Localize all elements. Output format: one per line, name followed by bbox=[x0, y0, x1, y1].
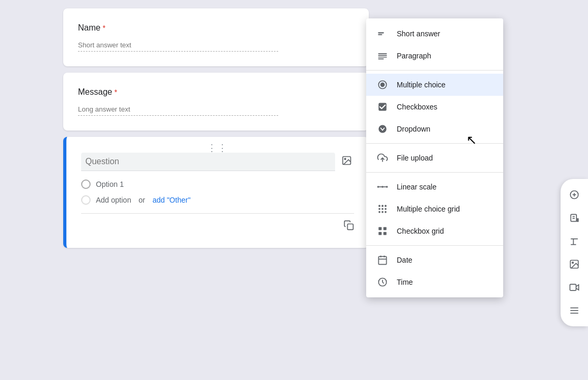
file-upload-label: File upload bbox=[397, 154, 433, 162]
paragraph-icon bbox=[377, 50, 388, 62]
add-video-button[interactable] bbox=[564, 277, 585, 298]
svg-rect-27 bbox=[379, 227, 382, 231]
checkbox-grid-icon bbox=[377, 225, 388, 237]
question-input[interactable] bbox=[81, 153, 335, 171]
file-upload-icon bbox=[377, 152, 388, 164]
svg-point-16 bbox=[381, 186, 383, 187]
linear-scale-icon bbox=[377, 181, 388, 193]
svg-rect-30 bbox=[384, 232, 387, 235]
menu-item-dropdown[interactable]: Dropdown bbox=[366, 118, 503, 140]
svg-point-21 bbox=[378, 208, 380, 210]
svg-point-25 bbox=[381, 211, 384, 213]
paragraph-label: Paragraph bbox=[397, 52, 431, 60]
checkbox-grid-label: Checkbox grid bbox=[397, 227, 444, 235]
svg-point-19 bbox=[381, 205, 384, 207]
add-other-link[interactable]: add "Other" bbox=[152, 196, 190, 204]
dropdown-label: Dropdown bbox=[397, 125, 430, 133]
or-text: or bbox=[139, 196, 145, 204]
svg-point-24 bbox=[378, 211, 380, 213]
name-label-text: Name bbox=[78, 23, 101, 33]
message-label: Message * bbox=[78, 87, 354, 97]
svg-point-26 bbox=[385, 211, 387, 213]
svg-rect-31 bbox=[379, 256, 387, 264]
checkboxes-icon bbox=[377, 101, 388, 113]
svg-rect-28 bbox=[384, 227, 387, 231]
right-sidebar bbox=[561, 179, 588, 326]
message-card: Message * bbox=[63, 73, 369, 131]
multiple-choice-label: Multiple choice bbox=[397, 81, 446, 89]
name-card: Name * bbox=[63, 8, 369, 66]
menu-item-date[interactable]: Date bbox=[366, 249, 503, 271]
name-label: Name * bbox=[78, 23, 354, 33]
menu-item-multiple-choice[interactable]: Multiple choice bbox=[366, 74, 503, 96]
option-1-radio bbox=[81, 179, 91, 189]
svg-point-17 bbox=[386, 186, 388, 187]
question-card: ⋮⋮ Option 1 Add option or add "Other" bbox=[63, 137, 369, 248]
add-option-row: Add option or add "Other" bbox=[81, 195, 354, 205]
linear-scale-label: Linear scale bbox=[397, 183, 437, 191]
multiple-choice-icon bbox=[377, 79, 388, 91]
option-1-text: Option 1 bbox=[96, 180, 124, 188]
short-answer-icon bbox=[377, 28, 388, 39]
svg-point-15 bbox=[377, 186, 379, 187]
add-image-button[interactable] bbox=[564, 254, 585, 275]
menu-item-multiple-choice-grid[interactable]: Multiple choice grid bbox=[366, 198, 503, 220]
menu-item-linear-scale[interactable]: Linear scale bbox=[366, 176, 503, 198]
main-content: Name * Message * ⋮⋮ O bbox=[0, 0, 588, 263]
time-icon bbox=[377, 276, 388, 288]
dropdown-menu: Short answer Paragraph bbox=[366, 18, 503, 297]
multiple-choice-grid-icon bbox=[377, 203, 388, 215]
menu-item-short-answer[interactable]: Short answer bbox=[366, 23, 503, 45]
svg-point-1 bbox=[345, 158, 346, 160]
menu-item-paragraph[interactable]: Paragraph bbox=[366, 45, 503, 67]
svg-point-18 bbox=[378, 205, 380, 207]
add-option-radio bbox=[81, 195, 91, 205]
multiple-choice-grid-label: Multiple choice grid bbox=[397, 205, 460, 213]
short-answer-label: Short answer bbox=[397, 29, 440, 38]
divider-1 bbox=[366, 70, 503, 71]
divider-3 bbox=[366, 172, 503, 173]
svg-rect-29 bbox=[379, 232, 382, 235]
svg-point-12 bbox=[379, 125, 387, 133]
name-required-star: * bbox=[103, 24, 105, 32]
message-input[interactable] bbox=[78, 103, 278, 116]
menu-item-checkbox-grid[interactable]: Checkbox grid bbox=[366, 220, 503, 242]
add-question-button[interactable] bbox=[564, 184, 585, 205]
question-row bbox=[81, 153, 354, 171]
time-label: Time bbox=[397, 278, 413, 286]
date-label: Date bbox=[397, 256, 413, 264]
name-input[interactable] bbox=[78, 39, 278, 52]
svg-rect-2 bbox=[348, 224, 354, 230]
add-option-text[interactable]: Add option bbox=[96, 196, 131, 204]
svg-point-22 bbox=[381, 208, 384, 210]
copy-button[interactable] bbox=[344, 220, 354, 233]
menu-item-file-upload[interactable]: File upload bbox=[366, 147, 503, 169]
option-1-row: Option 1 bbox=[81, 179, 354, 189]
question-image-button[interactable] bbox=[339, 153, 354, 171]
import-questions-button[interactable] bbox=[564, 207, 585, 228]
menu-item-time[interactable]: Time bbox=[366, 271, 503, 293]
divider-2 bbox=[366, 143, 503, 144]
svg-point-23 bbox=[385, 208, 387, 210]
add-title-button[interactable] bbox=[564, 231, 585, 252]
add-section-button[interactable] bbox=[564, 300, 585, 321]
svg-point-20 bbox=[385, 205, 387, 207]
card-bottom bbox=[81, 213, 354, 233]
menu-item-checkboxes[interactable]: Checkboxes bbox=[366, 96, 503, 118]
svg-point-10 bbox=[380, 83, 385, 87]
checkboxes-label: Checkboxes bbox=[397, 103, 437, 111]
svg-rect-48 bbox=[570, 284, 576, 291]
drag-handle[interactable]: ⋮⋮ bbox=[207, 142, 228, 154]
dropdown-icon bbox=[377, 123, 388, 135]
divider-4 bbox=[366, 245, 503, 246]
date-icon bbox=[377, 254, 388, 266]
svg-point-47 bbox=[572, 262, 574, 264]
message-required-star: * bbox=[114, 88, 117, 96]
message-label-text: Message bbox=[78, 87, 112, 97]
